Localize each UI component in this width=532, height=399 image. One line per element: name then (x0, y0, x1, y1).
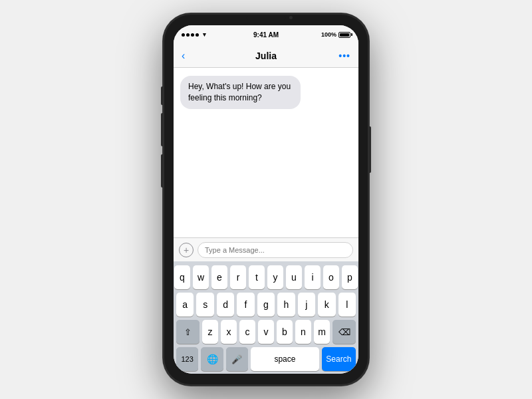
key-e[interactable]: e (211, 265, 227, 289)
keyboard-row-2: a s d f g h j k l (176, 293, 356, 317)
signal-dot-3 (191, 33, 194, 37)
message-input[interactable] (198, 242, 353, 258)
key-i[interactable]: i (305, 265, 321, 289)
key-q[interactable]: q (174, 265, 190, 289)
globe-key[interactable]: 🌐 (201, 347, 223, 371)
key-w[interactable]: w (193, 265, 209, 289)
key-x[interactable]: x (221, 320, 237, 344)
key-b[interactable]: b (277, 320, 293, 344)
navigation-bar: ‹ Julia ••• (174, 44, 358, 68)
signal-dot-2 (186, 33, 190, 37)
key-v[interactable]: v (258, 320, 274, 344)
key-y[interactable]: y (267, 265, 283, 289)
more-button[interactable]: ••• (338, 51, 350, 61)
numbers-key[interactable]: 123 (176, 347, 198, 371)
mic-key[interactable]: 🎤 (226, 347, 248, 371)
key-d[interactable]: d (217, 293, 234, 317)
search-key[interactable]: Search (322, 347, 356, 371)
battery-percent: 100% (321, 31, 336, 38)
volume-up-button (161, 113, 163, 146)
key-g[interactable]: g (257, 293, 275, 317)
nav-title: Julia (255, 51, 277, 61)
key-j[interactable]: j (298, 293, 315, 317)
key-m[interactable]: m (314, 320, 330, 344)
battery-fill (340, 33, 349, 37)
chat-area: Hey, What's up! How are you feeling this… (174, 68, 358, 237)
status-right: 100% (321, 31, 350, 38)
power-button (369, 126, 371, 173)
key-k[interactable]: k (318, 293, 335, 317)
camera-notch (246, 16, 286, 20)
key-l[interactable]: l (338, 293, 356, 317)
key-u[interactable]: u (286, 265, 302, 289)
battery-icon (338, 32, 350, 38)
keyboard-row-3: ⇧ z x c v b n m ⌫ (176, 320, 356, 344)
keyboard-row-1: q w e r t y u i o p (176, 265, 356, 289)
key-r[interactable]: r (230, 265, 246, 289)
keyboard: q w e r t y u i o p a s d f g h j k (174, 261, 358, 374)
mute-button (161, 86, 163, 105)
camera-dot (289, 16, 293, 19)
key-f[interactable]: f (237, 293, 254, 317)
key-p[interactable]: p (342, 265, 358, 289)
status-left: ▾ (182, 31, 206, 38)
key-a[interactable]: a (176, 293, 194, 317)
signal-dot-1 (182, 33, 185, 37)
status-time: 9:41 AM (253, 31, 279, 39)
signal-dot-4 (196, 33, 199, 37)
back-button[interactable]: ‹ (182, 50, 185, 62)
key-c[interactable]: c (239, 320, 255, 344)
space-key[interactable]: space (251, 347, 319, 371)
key-h[interactable]: h (277, 293, 295, 317)
phone-screen: ▾ 9:41 AM 100% ‹ Julia ••• Hey, What's u… (174, 25, 358, 374)
add-button[interactable]: + (179, 243, 194, 257)
volume-down-button (161, 154, 163, 188)
phone-device: ▾ 9:41 AM 100% ‹ Julia ••• Hey, What's u… (163, 13, 369, 386)
signal-strength (182, 33, 199, 37)
key-s[interactable]: s (196, 293, 213, 317)
wifi-icon: ▾ (203, 31, 206, 38)
message-bubble: Hey, What's up! How are you feeling this… (180, 76, 301, 109)
key-t[interactable]: t (249, 265, 265, 289)
shift-key[interactable]: ⇧ (176, 320, 200, 344)
keyboard-row-4: 123 🌐 🎤 space Search (176, 347, 356, 371)
input-bar: + (174, 237, 358, 261)
status-bar: ▾ 9:41 AM 100% (174, 25, 358, 44)
delete-key[interactable]: ⌫ (332, 320, 356, 344)
key-z[interactable]: z (202, 320, 218, 344)
key-o[interactable]: o (323, 265, 339, 289)
key-n[interactable]: n (295, 320, 311, 344)
